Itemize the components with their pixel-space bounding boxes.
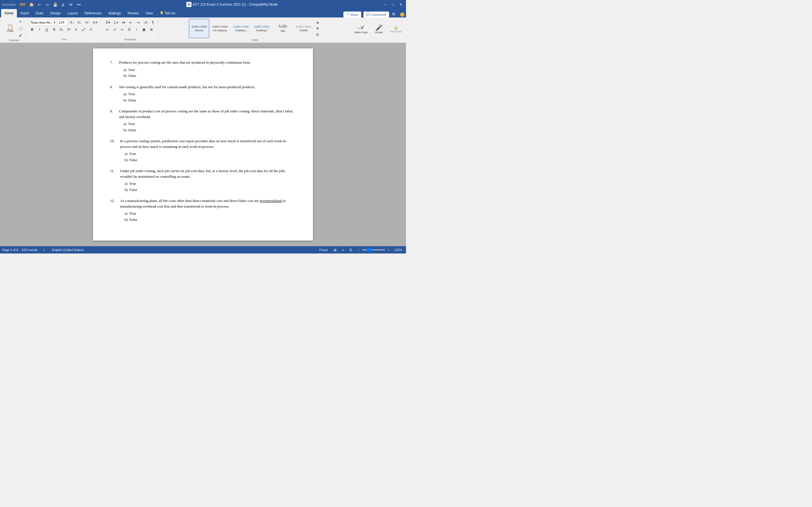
subscript-button[interactable]: X₂ — [58, 26, 65, 33]
save-button[interactable]: 💾 — [52, 2, 58, 7]
tab-references[interactable]: References — [81, 9, 105, 17]
tab-design[interactable]: Design — [47, 9, 64, 17]
doc-title: ACT 215-Exam 2-Summer 2021 (1) - Compati… — [193, 3, 278, 6]
decrease-font-button[interactable]: A↓ — [76, 19, 83, 25]
q8-b: b) False — [123, 98, 255, 103]
zoom-in-button[interactable]: + — [386, 247, 391, 252]
spelling-check-icon[interactable]: ✓ — [41, 247, 47, 252]
dictate-button[interactable]: 🎤 Dictate — [373, 19, 385, 39]
align-left-button[interactable]: ⇐ — [104, 26, 111, 33]
style-subtitle[interactable]: AaBbCcDdEe Subtitle — [293, 19, 313, 38]
q8-answers: a) True b) False — [123, 91, 255, 103]
comments-button[interactable]: 💬 Comments — [363, 11, 389, 17]
language-label[interactable]: English (United States) — [50, 247, 86, 252]
q9-number: 9. — [110, 108, 117, 133]
shading-button[interactable]: ▣ — [141, 26, 147, 33]
justify-button[interactable]: ☰ — [126, 26, 133, 33]
font-label: Font — [61, 38, 66, 41]
increase-indent-button[interactable]: ⇥ — [135, 19, 142, 25]
style-heading1[interactable]: AaBbCcDdE Heading 1 — [231, 19, 251, 38]
superscript-button[interactable]: X² — [65, 26, 72, 33]
ribbon-tabs: Home Insert Draw Design Layout Reference… — [0, 9, 406, 17]
search-button[interactable]: 🔍 — [391, 12, 397, 17]
clear-format-button[interactable]: A✕ — [91, 19, 99, 25]
read-mode-button[interactable]: ☰ — [348, 247, 354, 252]
home-button[interactable]: 🏠 — [29, 2, 35, 7]
email-button[interactable]: ✉ — [68, 2, 74, 7]
underline-button[interactable]: U — [43, 26, 50, 33]
tab-home[interactable]: Home — [1, 9, 17, 17]
text-effects-button[interactable]: A — [73, 26, 80, 33]
zoom-slider[interactable] — [362, 249, 385, 250]
zoom-level[interactable]: 133% — [393, 247, 404, 252]
autosave-label: AutoSave — [2, 3, 16, 6]
tab-mailings[interactable]: Mailings — [105, 9, 124, 17]
style-no-spacing[interactable]: AaBbCcDdEe No Spacing — [210, 19, 230, 38]
more-button[interactable]: ••• — [76, 2, 82, 7]
size-dropdown-icon: ▾ — [63, 20, 64, 24]
format-painter-button[interactable]: 🖌 — [17, 32, 24, 38]
tab-layout[interactable]: Layout — [64, 9, 81, 17]
doc-area[interactable]: 7. Products for process costing are the … — [0, 43, 406, 246]
styles-expand-button[interactable]: ⊟ — [314, 32, 321, 38]
account-button[interactable]: 😊 — [399, 12, 405, 17]
q7-number: 7. — [110, 60, 117, 79]
numbered-list-button[interactable]: 1.▾ — [112, 19, 119, 25]
increase-font-button[interactable]: A↑ — [68, 19, 75, 25]
print-button[interactable]: 🖨 — [60, 2, 66, 7]
q7-answers: a) True b) False — [123, 67, 251, 78]
close-button[interactable]: ✕ — [398, 2, 404, 7]
ribbon-right: ↗ Share 💬 Comments 🔍 😊 — [343, 11, 405, 17]
decrease-indent-button[interactable]: ⇤ — [128, 19, 134, 25]
italic-button[interactable]: I — [36, 26, 43, 33]
q12-answers: a) True b) False — [124, 211, 296, 222]
font-selector[interactable]: Times New Ro... ▾ — [29, 19, 57, 25]
font-color-button[interactable]: A — [87, 26, 94, 33]
bullet-list-button[interactable]: ☰▾ — [104, 19, 112, 25]
redo-button[interactable]: ↪ — [45, 2, 50, 7]
multilevel-list-button[interactable]: ≡▾ — [120, 19, 127, 25]
tab-review[interactable]: Review — [124, 9, 142, 17]
tab-view[interactable]: View — [142, 9, 156, 17]
cut-button[interactable]: ✂ — [17, 18, 24, 25]
web-layout-button[interactable]: ≡ — [340, 247, 345, 252]
text-highlight-button[interactable]: 🖍 — [80, 26, 87, 33]
q12-number: 12. — [110, 198, 118, 223]
maximize-button[interactable]: □ — [390, 2, 396, 7]
tab-insert[interactable]: Insert — [17, 9, 32, 17]
styles-up-button[interactable]: ▲ — [314, 19, 321, 25]
size-selector[interactable]: 12 ▾ — [57, 19, 68, 25]
style-title[interactable]: AaBb Title — [272, 19, 293, 38]
share-button[interactable]: ↗ Share — [343, 11, 361, 17]
paste-button[interactable]: 📋 Paste — [4, 20, 16, 37]
undo-button[interactable]: ↩ — [37, 2, 42, 7]
autosave-toggle[interactable]: OFF — [18, 3, 27, 7]
minimize-button[interactable]: ─ — [382, 2, 388, 7]
style-normal[interactable]: AaBbCcDdEe Normal — [189, 19, 209, 38]
print-layout-button[interactable]: ▤ — [332, 247, 338, 252]
q8-number: 8. — [110, 84, 117, 104]
focus-button[interactable]: Focus — [318, 247, 329, 252]
q10-number: 10. — [110, 138, 118, 163]
sort-button[interactable]: ↕A — [142, 19, 149, 25]
font-group: Times New Ro... ▾ 12 ▾ A↑ A↓ Aᵃ A✕ B I U… — [27, 19, 101, 41]
styles-down-button[interactable]: ▼ — [314, 25, 321, 32]
share-icon: ↗ — [346, 13, 349, 16]
show-marks-button[interactable]: ¶ — [149, 19, 156, 25]
tab-tell-me[interactable]: 💡 Tell me — [156, 9, 179, 17]
bold-button[interactable]: B — [29, 26, 36, 33]
zoom-out-button[interactable]: − — [356, 247, 361, 252]
change-case-button[interactable]: Aᵃ — [84, 19, 91, 25]
styles-pane-button[interactable]: 𝒜 Styles Pane — [354, 19, 368, 39]
sensitivity-button[interactable]: 🔒 Sensitivity — [390, 19, 402, 39]
align-right-button[interactable]: ⇒ — [119, 26, 125, 33]
title-bar: AutoSave OFF 🏠 ↩ ↪ 💾 🖨 ✉ ••• W ACT 215-E… — [0, 0, 406, 9]
borders-button[interactable]: ⊞ — [148, 26, 155, 33]
copy-button[interactable]: ⬜ — [17, 25, 24, 32]
line-spacing-button[interactable]: ↕ — [133, 26, 140, 33]
style-heading2[interactable]: AaBbCcDdEe Heading 2 — [252, 19, 272, 38]
tab-draw[interactable]: Draw — [32, 9, 47, 17]
strikethrough-button[interactable]: S — [51, 26, 57, 33]
q8-a: a) True — [123, 91, 255, 97]
align-center-button[interactable]: ≡ — [111, 26, 118, 33]
